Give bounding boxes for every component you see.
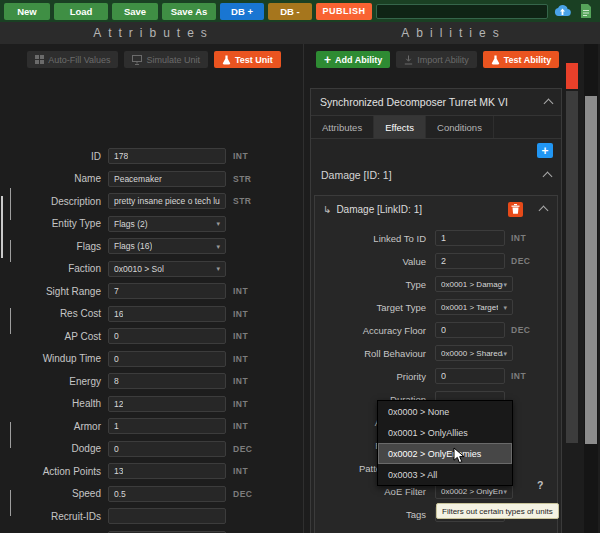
field-value: 8 (114, 376, 119, 386)
field-value: 1 (114, 421, 119, 431)
field-value: 1 (441, 233, 446, 243)
cloud-upload-button[interactable] (552, 3, 572, 20)
db-add-button[interactable]: DB + (220, 3, 264, 20)
save-as-button[interactable]: Save As (162, 3, 216, 20)
field-value-input[interactable]: 0 (108, 441, 226, 457)
field-value-input[interactable]: Flags (16) (108, 238, 226, 254)
import-ability-button[interactable]: Import Ability (396, 51, 477, 68)
abilities-toolbar: + Add Ability Import Ability Test Abilit… (316, 51, 559, 68)
simulate-unit-button[interactable]: Simulate Unit (124, 51, 208, 68)
attribute-field-row: Energy 8 INT (0, 373, 300, 389)
field-value-input[interactable]: 0x0000 > Shared/Normal (435, 345, 513, 361)
dropdown-option-label: 0x0000 > None (388, 407, 449, 417)
field-value: pretty insane piece o tech lul (114, 196, 220, 206)
field-value-input[interactable]: 8 (108, 373, 226, 389)
ability-tab[interactable]: Effects (374, 116, 426, 138)
field-type-badge: INT (505, 371, 531, 381)
publish-button[interactable]: PUBLISH (316, 3, 372, 20)
delete-link-button[interactable] (508, 202, 523, 217)
chevron-down-icon (503, 350, 507, 357)
auto-fill-button[interactable]: Auto-Fill Values (27, 51, 118, 68)
file-export-icon (580, 4, 592, 18)
save-button[interactable]: Save (112, 3, 158, 20)
add-ability-button[interactable]: + Add Ability (316, 51, 390, 68)
attribute-field-row: Faction 0x0010 > Sol (0, 261, 300, 277)
field-value-input[interactable]: 16 (108, 306, 226, 322)
field-label: Linked To ID (315, 233, 433, 244)
field-label: Windup Time (0, 353, 108, 364)
link-arrow-icon: ↳ (323, 204, 331, 215)
field-value: 0x0001 > Damage (441, 280, 503, 289)
field-value-input[interactable]: 2 (435, 253, 505, 269)
scroll-indicator-tick (10, 308, 11, 334)
field-value-input[interactable]: 7 (108, 283, 226, 299)
dropdown-option[interactable]: 0x0002 > OnlyEnemies (378, 443, 512, 464)
field-tooltip: Filters out certain types of units (436, 503, 559, 519)
field-value-input[interactable]: 1 (108, 418, 226, 434)
collapse-chevron-icon[interactable] (544, 99, 554, 109)
field-label: Recruit-IDs (0, 511, 108, 522)
attributes-panel-title: Attributes (0, 22, 300, 44)
aoe-filter-help-icon[interactable]: ? (537, 479, 543, 491)
field-value: 2 (441, 256, 446, 266)
test-ability-button[interactable]: Test Ability (483, 51, 560, 68)
field-value-input[interactable]: 0 (108, 328, 226, 344)
attribute-field-row: Health 12 INT (0, 396, 300, 412)
field-type-badge: INT (226, 151, 260, 161)
field-value-input[interactable] (108, 508, 226, 524)
export-file-button[interactable] (576, 3, 596, 20)
load-button[interactable]: Load (54, 3, 108, 20)
chevron-down-icon (503, 304, 507, 311)
attribute-field-row: Flags Flags (16) (0, 238, 300, 254)
dropdown-option-label: 0x0002 > OnlyEnemies (388, 449, 481, 459)
test-unit-button[interactable]: Test Unit (214, 51, 281, 68)
ability-tab[interactable]: Attributes (311, 116, 374, 138)
field-value-input[interactable]: 12 (108, 396, 226, 412)
ability-scrollbar-thumb[interactable] (566, 91, 578, 443)
field-type-badge: INT (226, 286, 260, 296)
field-value: 0.5 (114, 489, 126, 499)
simulate-unit-label: Simulate Unit (146, 55, 200, 65)
db-name-input[interactable] (376, 4, 548, 19)
page-scrollbar-thumb[interactable] (585, 96, 597, 444)
effect-group-label: Damage [ID: 1] (321, 169, 392, 181)
field-label: ID (0, 151, 108, 162)
db-remove-button[interactable]: DB - (268, 3, 312, 20)
dropdown-option[interactable]: 0x0003 > All (378, 464, 512, 485)
field-value-input[interactable]: 0.5 (108, 486, 226, 502)
effect-field-row: Value 2 DEC (315, 253, 557, 269)
effect-link-header: ↳ Damage [LinkID: 1] (315, 196, 557, 222)
attribute-field-row: Name Peacemaker STR (0, 171, 300, 187)
field-value-input[interactable]: 178 (108, 148, 226, 164)
field-value-input[interactable]: 0 (435, 322, 505, 338)
collapse-chevron-icon[interactable] (543, 172, 553, 182)
dropdown-option[interactable]: 0x0000 > None (378, 401, 512, 422)
field-value-input[interactable]: 0 (435, 368, 505, 384)
field-label: Health (0, 398, 108, 409)
dropdown-option[interactable]: 0x0001 > OnlyAllies (378, 422, 512, 443)
field-label: Tags (315, 509, 433, 520)
field-value-input[interactable]: 0x0001 > Damage (435, 276, 513, 292)
field-value: 0x0001 > Target (441, 303, 498, 312)
field-value-input[interactable]: 0x0001 > Target (435, 299, 513, 315)
field-value-input[interactable]: 0x0010 > Sol (108, 261, 226, 277)
field-type-badge: INT (505, 233, 531, 243)
field-value-input[interactable]: pretty insane piece o tech lul (108, 193, 226, 209)
ability-card-header: Synchronized Decomposer Turret MK VI (311, 89, 561, 115)
panel-divider (303, 44, 304, 533)
field-value-input[interactable]: Flags (2) (108, 216, 226, 232)
new-button[interactable]: New (4, 3, 50, 20)
field-value-input[interactable]: 0 (108, 351, 226, 367)
red-scroll-marker[interactable] (566, 63, 578, 89)
field-value: 0 (441, 371, 446, 381)
add-effect-button[interactable]: + (537, 143, 553, 158)
field-value-input[interactable]: 13 (108, 463, 226, 479)
ability-tab[interactable]: Conditions (426, 116, 494, 138)
collapse-chevron-icon[interactable] (539, 206, 549, 216)
abilities-panel-title: Abilities (300, 22, 600, 44)
attribute-field-row: ID 178 INT (0, 148, 300, 164)
field-value: 178 (114, 151, 128, 161)
field-value-input[interactable]: Peacemaker (108, 171, 226, 187)
field-value: 0 (114, 331, 119, 341)
field-value-input[interactable]: 1 (435, 230, 505, 246)
